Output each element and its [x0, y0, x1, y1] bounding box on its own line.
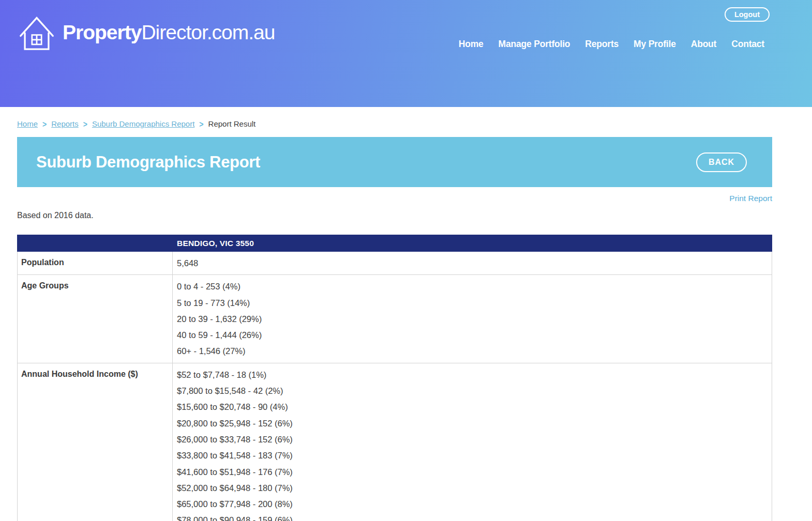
table-row: Annual Household Income ($)$52 to $7,748… [18, 363, 772, 521]
based-on-note: Based on 2016 data. [17, 211, 772, 220]
site-header: Logout PropertyDirector.com.au HomeManag… [0, 0, 812, 107]
value-line: 5 to 19 - 773 (14%) [177, 295, 766, 311]
logout-button[interactable]: Logout [725, 7, 770, 22]
value-line: $15,600 to $20,748 - 90 (4%) [177, 399, 766, 415]
nav-item-manage-portfolio[interactable]: Manage Portfolio [499, 39, 570, 50]
value-line: 40 to 59 - 1,444 (26%) [177, 327, 766, 343]
value-line: 5,648 [177, 255, 766, 271]
value-line: $78,000 to $90,948 - 159 (6%) [177, 512, 766, 521]
row-values-age-groups: 0 to 4 - 253 (4%)5 to 19 - 773 (14%)20 t… [173, 275, 772, 363]
breadcrumb-link-reports[interactable]: Reports [51, 119, 79, 128]
brand-logo[interactable]: PropertyDirector.com.au [20, 13, 275, 52]
print-report-link[interactable]: Print Report [729, 194, 772, 203]
table-row: Population5,648 [18, 252, 772, 275]
report-title-bar: Suburb Demographics Report BACK [17, 137, 772, 187]
column-header-suburb: BENDIGO, VIC 3550 [173, 235, 772, 252]
back-button[interactable]: BACK [696, 152, 747, 172]
value-line: $65,000 to $77,948 - 200 (8%) [177, 496, 766, 512]
value-line: $20,800 to $25,948 - 152 (6%) [177, 416, 766, 432]
value-line: $52,000 to $64,948 - 180 (7%) [177, 480, 766, 496]
breadcrumb-link-home[interactable]: Home [17, 119, 38, 128]
breadcrumb-separator-icon: > [199, 119, 203, 128]
value-line: $33,800 to $41,548 - 183 (7%) [177, 448, 766, 464]
breadcrumb: Home>Reports>Suburb Demographics Report>… [17, 119, 772, 128]
row-label-age-groups: Age Groups [18, 275, 173, 363]
row-values-population: 5,648 [173, 252, 772, 275]
table-row: Age Groups0 to 4 - 253 (4%)5 to 19 - 773… [18, 275, 772, 363]
value-line: 0 to 4 - 253 (4%) [177, 279, 766, 295]
value-line: $41,600 to $51,948 - 176 (7%) [177, 464, 766, 480]
nav-item-my-profile[interactable]: My Profile [634, 39, 676, 50]
nav-item-about[interactable]: About [691, 39, 717, 50]
value-line: 60+ - 1,546 (27%) [177, 343, 766, 359]
page-title: Suburb Demographics Report [36, 153, 260, 172]
breadcrumb-separator-icon: > [83, 119, 87, 128]
brand-name: PropertyDirector.com.au [63, 21, 275, 44]
row-label-annual-household-income: Annual Household Income ($) [18, 363, 173, 521]
empty-header-cell [18, 235, 173, 252]
breadcrumb-current: Report Result [208, 119, 256, 128]
demographics-table: BENDIGO, VIC 3550 Population5,648Age Gro… [17, 235, 772, 521]
breadcrumb-separator-icon: > [42, 119, 47, 128]
value-line: 20 to 39 - 1,632 (29%) [177, 311, 766, 327]
value-line: $7,800 to $15,548 - 42 (2%) [177, 383, 766, 399]
main-nav: HomeManage PortfolioReportsMy ProfileAbo… [459, 39, 764, 50]
table-body: Population5,648Age Groups0 to 4 - 253 (4… [18, 252, 772, 521]
house-logo-icon [20, 13, 54, 52]
nav-item-reports[interactable]: Reports [585, 39, 619, 50]
breadcrumb-link-suburb-demographics-report[interactable]: Suburb Demographics Report [92, 119, 194, 128]
row-label-population: Population [18, 252, 173, 275]
nav-item-contact[interactable]: Contact [731, 39, 764, 50]
table-header-row: BENDIGO, VIC 3550 [18, 235, 772, 252]
row-values-annual-household-income: $52 to $7,748 - 18 (1%)$7,800 to $15,548… [173, 363, 772, 521]
value-line: $26,000 to $33,748 - 152 (6%) [177, 432, 766, 448]
value-line: $52 to $7,748 - 18 (1%) [177, 367, 766, 383]
nav-item-home[interactable]: Home [459, 39, 484, 50]
